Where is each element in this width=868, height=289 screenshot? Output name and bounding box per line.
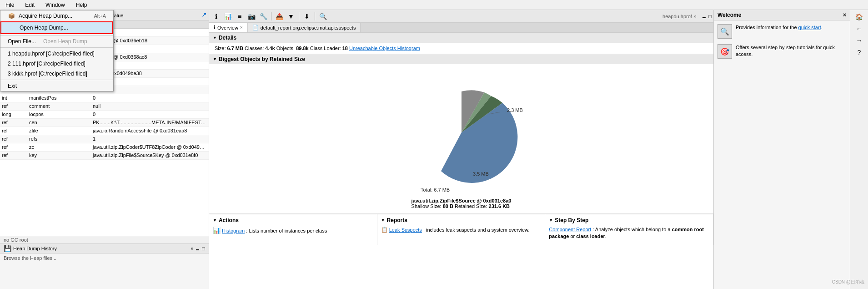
welcome-icon-2: 🎯 <box>717 44 732 59</box>
toolbar-settings-btn[interactable]: 🔧 <box>258 11 268 21</box>
heap-maximize-icon[interactable]: □ <box>202 246 205 251</box>
acquire-icon: 📦 <box>8 12 15 20</box>
far-right-help[interactable]: ? <box>854 47 864 57</box>
toolbar-search-btn[interactable]: 🔍 <box>318 11 328 21</box>
toolbar-minimize[interactable]: 🗕 <box>702 14 707 19</box>
recent-file-2-label: 2 111.hprof [C:/recipeFiled-filed] <box>8 61 85 67</box>
far-right-back[interactable]: ← <box>854 24 864 34</box>
toolbar-dropdown-btn[interactable]: ▼ <box>286 11 296 21</box>
leak-icon: 📋 <box>381 227 388 233</box>
tab-overview-close[interactable]: × <box>240 25 243 30</box>
details-size: 6.7 MB <box>227 46 243 51</box>
menu-window[interactable]: Window <box>42 1 69 9</box>
prop-type: ref <box>0 152 27 159</box>
tab-default-report[interactable]: 📄 default_report org.eclipse.mat.api:sus… <box>248 23 361 32</box>
menu-item-open-heap-dump[interactable]: Open Heap Dump... <box>0 21 113 34</box>
prop-name: comment <box>27 102 91 110</box>
prop-name: refs <box>27 135 91 143</box>
details-classloader: 18 <box>342 46 348 51</box>
gc-root-bar: no GC root <box>0 236 209 243</box>
open-heap-dump-btn[interactable]: Open Heap Dump <box>43 38 87 45</box>
separator-3 <box>0 80 113 80</box>
heap-history-placeholder: Browse the Heap files... <box>4 255 205 261</box>
menu-help[interactable]: Help <box>72 1 91 9</box>
reports-arrow: ▼ <box>381 218 385 223</box>
step-component-link[interactable]: Component Report <box>549 227 591 232</box>
recent-file-1-label: 1 heapdu.hprof [C:/recipeFiled-filed] <box>8 51 95 57</box>
toolbar-list-btn[interactable]: ≡ <box>235 11 245 21</box>
acquire-label: Acquire Heap Dump... <box>19 13 72 19</box>
far-right-home[interactable]: 🏠 <box>854 12 864 22</box>
prop-type: ref <box>0 119 27 127</box>
menu-file[interactable]: File <box>2 1 18 9</box>
open-file-label[interactable]: Open File... <box>8 38 36 45</box>
reports-header: ▼ Reports <box>381 217 542 223</box>
details-content: Size: 6.7 MB Classes: 4.4k Objects: 89.8… <box>209 43 713 54</box>
recent-file-1[interactable]: 1 heapdu.hprof [C:/recipeFiled-filed] <box>0 49 113 59</box>
toolbar-sep-3 <box>315 12 315 20</box>
recent-file-3-label: 3 kkkk.hprof [C:/recipeFiled-filed] <box>8 71 87 77</box>
heap-history-content: Browse the Heap files... <box>0 254 209 263</box>
toolbar-filename: heapdu.hprof × <box>662 14 696 19</box>
chart-retained-label: Retained Size: <box>455 203 489 209</box>
prop-type: ref <box>0 102 27 110</box>
prop-value: null <box>91 102 209 110</box>
histogram-link[interactable]: Histogram <box>222 228 245 233</box>
acquire-shortcut: Alt+A <box>94 13 106 19</box>
tab-report-label: default_report org.eclipse.mat.api:suspe… <box>261 25 356 30</box>
chart-object-info: java.util.zip.ZipFile$Source @ 0xd031e8a… <box>411 198 512 209</box>
heap-minimize-icon[interactable]: 🗕 <box>195 246 200 251</box>
tab-overview-icon: ℹ <box>214 25 216 30</box>
editor-tabs: ℹ Overview × 📄 default_report org.eclips… <box>209 23 713 33</box>
table-row: ref refs 1 <box>0 135 209 143</box>
prop-type: ref <box>0 135 27 143</box>
main-container: Statics Attributes Class Hierarchy Value… <box>0 10 868 289</box>
details-section: ▼ Details Size: 6.7 MB Classes: 4.4k Obj… <box>209 33 713 54</box>
details-arrow: ▼ <box>213 35 217 40</box>
details-header[interactable]: ▼ Details <box>209 33 713 43</box>
table-row: ref zfile java.io.RandomAccessFile @ 0xd… <box>0 127 209 135</box>
prop-name: key <box>27 152 91 159</box>
toolbar-snapshot-btn[interactable]: 📷 <box>246 11 256 21</box>
toolbar-chart-btn[interactable]: 📊 <box>223 11 233 21</box>
quick-start-link[interactable]: quick start <box>798 25 821 30</box>
table-row: ref zc java.util.zip.ZipCoder$UTF8ZipCod… <box>0 143 209 152</box>
biggest-objects-header[interactable]: ▼ Biggest Objects by Retained Size <box>209 54 713 64</box>
chart-shallow-label: Shallow Size: <box>411 203 443 209</box>
recent-file-2[interactable]: 2 111.hprof [C:/recipeFiled-filed] <box>0 59 113 69</box>
menu-item-exit[interactable]: Exit <box>0 81 113 91</box>
welcome-text-1: Provides information for the quick start… <box>736 24 823 31</box>
heap-history-close[interactable]: × <box>191 246 193 251</box>
table-row: long locpos 0 <box>0 111 209 119</box>
toolbar-sep-1 <box>271 12 271 20</box>
welcome-close-btn[interactable]: × <box>843 12 846 18</box>
chart-total: Total: 6.7 MB <box>421 187 450 193</box>
recent-file-3[interactable]: 3 kkkk.hprof [C:/recipeFiled-filed] <box>0 69 113 79</box>
leak-suspects-link[interactable]: Leak Suspects <box>389 227 422 233</box>
inspector-expand-icon[interactable]: ↗ <box>201 11 207 20</box>
prop-value: 0 <box>91 111 209 118</box>
menu-edit[interactable]: Edit <box>21 1 38 9</box>
label-35mb: 3.5 MB <box>473 171 489 177</box>
welcome-item-1: 🔍 Provides information for the quick sta… <box>717 24 846 39</box>
toolbar-sep-2 <box>299 12 299 20</box>
welcome-text-2: Offers several step-by-step tutorials fo… <box>736 44 846 58</box>
welcome-item-2: 🎯 Offers several step-by-step tutorials … <box>717 44 846 59</box>
menu-item-open-file-row: Open File... Open Heap Dump <box>0 36 113 46</box>
far-right-forward[interactable]: → <box>854 35 864 46</box>
center-panel: ℹ 📊 ≡ 📷 🔧 📤 ▼ ⬇ 🔍 heapdu.hprof × 🗕 □ ℹ O… <box>209 10 713 289</box>
content-area: ▼ Details Size: 6.7 MB Classes: 4.4k Obj… <box>209 33 713 289</box>
toolbar-down-btn[interactable]: ⬇ <box>302 11 312 21</box>
table-row: ref cen PK........K:\T.-................… <box>0 119 209 127</box>
prop-type: ref <box>0 127 27 135</box>
toolbar-export-btn[interactable]: 📤 <box>274 11 284 21</box>
menu-item-acquire-heap-dump[interactable]: 📦 Acquire Heap Dump... Alt+A <box>0 10 113 21</box>
welcome-title: Welcome <box>717 12 741 18</box>
tab-overview[interactable]: ℹ Overview × <box>209 23 248 32</box>
unreachable-link[interactable]: Unreachable Objects Histogram <box>349 46 420 51</box>
toolbar-info-btn[interactable]: ℹ <box>211 11 221 21</box>
open-heap-icon <box>9 24 16 31</box>
prop-name: zfile <box>27 127 91 135</box>
prop-value: 1 <box>91 135 209 143</box>
toolbar-maximize[interactable]: □ <box>708 14 712 19</box>
